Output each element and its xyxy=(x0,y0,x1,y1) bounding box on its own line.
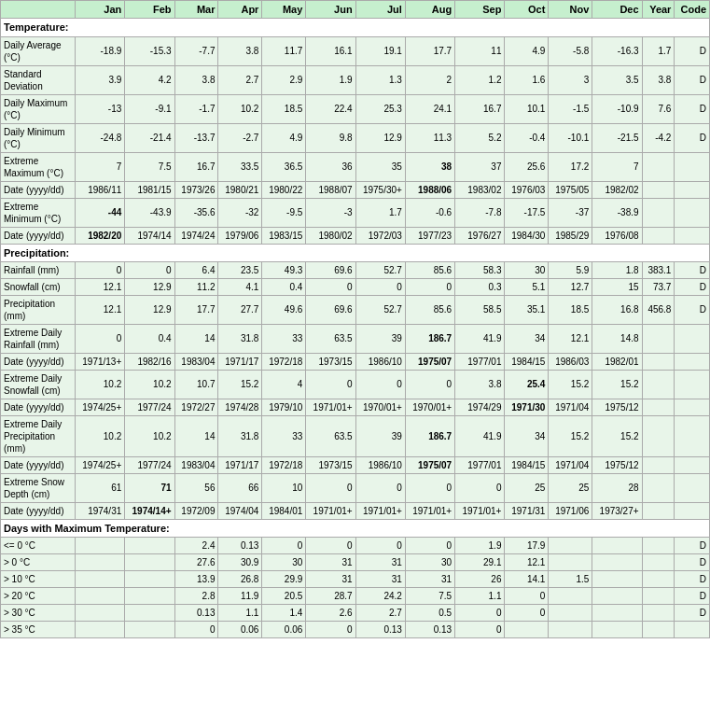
cell-value: 85.6 xyxy=(405,261,454,278)
cell-value: 1984/15 xyxy=(505,353,549,370)
cell-value: -32 xyxy=(218,198,262,227)
cell-value: 15.2 xyxy=(592,370,642,399)
cell-value: 24.1 xyxy=(405,94,454,123)
cell-value: 1983/15 xyxy=(262,227,306,244)
cell-value: 1984/01 xyxy=(262,502,306,519)
row-label: Extreme Daily Snowfall (cm) xyxy=(1,370,76,399)
cell-value: 0.4 xyxy=(262,278,306,295)
cell-value: 1983/02 xyxy=(455,181,505,198)
cell-value: 17.7 xyxy=(405,36,454,65)
data-row: Extreme Daily Snowfall (cm)10.210.210.71… xyxy=(1,370,710,399)
col-header-jun: Jun xyxy=(306,1,355,19)
cell-value: 15.2 xyxy=(549,415,592,456)
cell-value: 3.8 xyxy=(455,370,505,399)
data-row: Precipitation (mm)12.112.917.727.749.669… xyxy=(1,295,710,324)
cell-value: 0 xyxy=(405,370,454,399)
cell-value: 1970/01+ xyxy=(405,399,454,415)
row-label: > 35 °C xyxy=(1,622,76,638)
cell-value xyxy=(675,399,710,415)
cell-value: 1983/04 xyxy=(174,353,218,370)
cell-value: -10.1 xyxy=(549,123,592,152)
row-label: Daily Average (°C) xyxy=(1,36,76,65)
cell-value: 15.2 xyxy=(549,370,592,399)
cell-value: 52.7 xyxy=(355,295,405,324)
cell-value xyxy=(592,622,642,638)
cell-value: 33 xyxy=(262,415,306,456)
cell-value: -17.5 xyxy=(505,198,549,227)
cell-value: 10.2 xyxy=(76,370,125,399)
row-label: Extreme Snow Depth (cm) xyxy=(1,473,76,502)
cell-value xyxy=(675,456,710,473)
cell-value: 41.9 xyxy=(455,324,505,353)
cell-value xyxy=(642,538,675,554)
cell-value xyxy=(549,538,592,554)
cell-value: 4.9 xyxy=(262,123,306,152)
data-row: Date (yyyy/dd)1982/201974/141974/241979/… xyxy=(1,227,710,244)
cell-value xyxy=(642,415,675,456)
cell-value: 1971/01+ xyxy=(306,502,355,519)
cell-value: 31 xyxy=(355,554,405,571)
data-row: Rainfall (mm)006.423.549.369.652.785.658… xyxy=(1,261,710,278)
cell-value: 11.2 xyxy=(174,278,218,295)
cell-value: 1973/26 xyxy=(174,181,218,198)
cell-value: 1.1 xyxy=(218,605,262,622)
cell-value xyxy=(76,605,125,622)
row-label: Daily Maximum (°C) xyxy=(1,94,76,123)
cell-value: -1.5 xyxy=(549,94,592,123)
cell-value xyxy=(125,622,174,638)
cell-value: D xyxy=(675,36,710,65)
cell-value: 20.5 xyxy=(262,588,306,605)
cell-value: -16.3 xyxy=(592,36,642,65)
cell-value: 1972/18 xyxy=(262,456,306,473)
cell-value: 69.6 xyxy=(306,261,355,278)
cell-value: 1971/01+ xyxy=(455,502,505,519)
cell-value: 0 xyxy=(76,261,125,278)
cell-value: 1.3 xyxy=(355,65,405,94)
cell-value: 3.9 xyxy=(76,65,125,94)
cell-value: 25 xyxy=(549,473,592,502)
cell-value: 5.2 xyxy=(455,123,505,152)
cell-value: 34 xyxy=(505,324,549,353)
row-label: Date (yyyy/dd) xyxy=(1,399,76,415)
row-label: Precipitation (mm) xyxy=(1,295,76,324)
cell-value: 1982/02 xyxy=(592,181,642,198)
row-label: > 0 °C xyxy=(1,554,76,571)
cell-value: 29.1 xyxy=(455,554,505,571)
cell-value: 1971/04 xyxy=(549,399,592,415)
col-header-may: May xyxy=(262,1,306,19)
row-label: Extreme Daily Rainfall (mm) xyxy=(1,324,76,353)
cell-value: -0.4 xyxy=(505,123,549,152)
cell-value: 7.5 xyxy=(405,588,454,605)
cell-value: 1982/01 xyxy=(592,353,642,370)
cell-value: D xyxy=(675,538,710,554)
cell-value: 85.6 xyxy=(405,295,454,324)
cell-value: 41.9 xyxy=(455,415,505,456)
row-label: Date (yyyy/dd) xyxy=(1,502,76,519)
cell-value: 1.7 xyxy=(642,36,675,65)
cell-value: 1970/01+ xyxy=(355,399,405,415)
cell-value: 15 xyxy=(592,278,642,295)
cell-value: 11.9 xyxy=(218,588,262,605)
cell-value: 14 xyxy=(174,324,218,353)
cell-value: 1.8 xyxy=(592,261,642,278)
cell-value: 19.1 xyxy=(355,36,405,65)
cell-value: 12.1 xyxy=(76,278,125,295)
cell-value: 1986/10 xyxy=(355,353,405,370)
data-row: > 10 °C13.926.829.93131312614.11.5D xyxy=(1,571,710,588)
cell-value: 0 xyxy=(174,622,218,638)
cell-value: 11.3 xyxy=(405,123,454,152)
cell-value: 1986/11 xyxy=(76,181,125,198)
cell-value: 1980/02 xyxy=(306,227,355,244)
col-header-dec: Dec xyxy=(592,1,642,19)
row-label: Standard Deviation xyxy=(1,65,76,94)
cell-value: 0 xyxy=(306,538,355,554)
cell-value: 1972/27 xyxy=(174,399,218,415)
cell-value: 1975/12 xyxy=(592,399,642,415)
row-label: > 10 °C xyxy=(1,571,76,588)
cell-value: 39 xyxy=(355,324,405,353)
data-row: Extreme Daily Precipitation (mm)10.210.2… xyxy=(1,415,710,456)
cell-value xyxy=(675,370,710,399)
cell-value: 63.5 xyxy=(306,415,355,456)
cell-value: 2.8 xyxy=(174,588,218,605)
row-label: Date (yyyy/dd) xyxy=(1,353,76,370)
